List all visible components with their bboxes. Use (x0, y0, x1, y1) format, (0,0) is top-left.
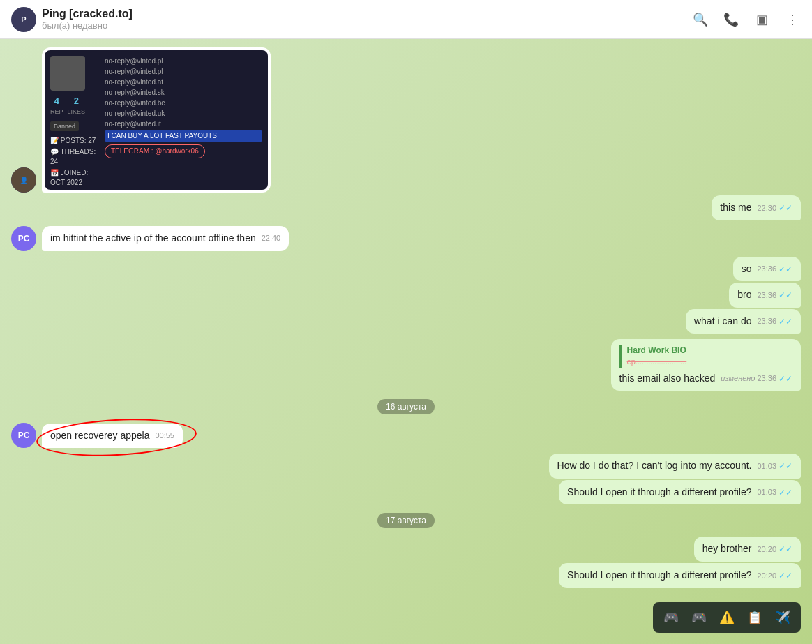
message-time: 22:30 ✓✓ (757, 202, 792, 214)
contact-avatar: P (11, 7, 36, 32)
search-icon[interactable]: 🔍 (692, 11, 709, 28)
message-text: what i can do (694, 315, 752, 327)
avatar: 👤 (11, 167, 36, 193)
taskbar-icon-1[interactable]: 🎮 (661, 608, 681, 627)
screenshot-image: 4REP 2LIKES Banned 📝 POSTS: 27 💬 THREADS… (45, 50, 268, 190)
message-bubble: 4REP 2LIKES Banned 📝 POSTS: 27 💬 THREADS… (42, 47, 271, 193)
message-text: this email also hacked (619, 373, 716, 384)
message-time: 23:36 ✓✓ (757, 316, 792, 328)
message-bubble: im hittint the active ip of the account … (42, 226, 289, 251)
taskbar-icon-warning[interactable]: ⚠️ (717, 608, 737, 627)
msg-row: Should I open it through a different pro… (11, 480, 801, 505)
message-time: изменено 23:36 ✓✓ (721, 373, 792, 385)
avatar: PC (11, 423, 36, 448)
layout-icon[interactable]: ▣ (753, 11, 770, 28)
message-text: Should I open it through a different pro… (567, 569, 751, 581)
message-text: so (742, 263, 752, 274)
message-time: 23:36 ✓✓ (757, 264, 792, 276)
date-badge: 16 августа (377, 399, 435, 414)
tick-icon: ✓✓ (779, 460, 792, 472)
more-icon[interactable]: ⋮ (784, 11, 801, 28)
message-text: this me (720, 202, 751, 213)
tick-icon: ✓✓ (779, 487, 792, 499)
taskbar-icon-list[interactable]: 📋 (745, 608, 765, 627)
msg-row: so 23:36 ✓✓ (11, 257, 801, 282)
message-time: 20:20 ✓✓ (757, 544, 792, 555)
contact-name: Ping [cracked.to] (42, 8, 692, 20)
tick-icon: ✓✓ (779, 570, 792, 582)
message-bubble: Should I open it through a different pro… (559, 480, 801, 505)
reply-title: Hard Work BIO (627, 345, 792, 357)
msg-row: bro 23:36 ✓✓ (11, 283, 801, 308)
date-badge: 17 августа (377, 513, 435, 528)
message-time: 23:36 ✓✓ (757, 290, 792, 301)
chat-header: P Ping [cracked.to] был(а) недавно 🔍 📞 ▣… (0, 0, 812, 39)
tick-icon: ✓✓ (779, 316, 792, 328)
msg-row: PC im hittint the active ip of the accou… (11, 226, 801, 251)
message-bubble: How do I do that? I can't log into my ac… (549, 454, 801, 479)
phone-icon[interactable]: 📞 (723, 11, 739, 28)
date-separator: 16 августа (11, 399, 801, 414)
message-text: bro (737, 289, 751, 300)
message-time: 01:03 ✓✓ (757, 487, 792, 499)
message-text: Should I open it through a different pro… (567, 486, 751, 497)
contact-status: был(а) недавно (42, 20, 692, 31)
avatar: PC (11, 226, 36, 251)
message-text: hey brother (702, 543, 752, 554)
message-text: im hittint the active ip of the account … (50, 232, 256, 244)
msg-row: hey brother 20:20 ✓✓ (11, 537, 801, 562)
message-text: open recoverey appela (50, 430, 149, 441)
message-time: 22:40 (262, 233, 281, 244)
message-time: 01:03 ✓✓ (757, 460, 792, 472)
tick-icon: ✓✓ (779, 544, 792, 555)
date-separator: 17 августа (11, 513, 801, 528)
taskbar-icon-2[interactable]: 🎮 (689, 608, 709, 627)
message-time: 00:55 (155, 430, 174, 441)
taskbar-icon-telegram[interactable]: ✈️ (773, 608, 792, 627)
msg-row: Hard Work BIO ep........................… (11, 339, 801, 391)
message-container: open recoverey appela 00:55 (42, 424, 183, 449)
msg-row: what i can do 23:36 ✓✓ (11, 309, 801, 334)
tick-icon: ✓✓ (779, 373, 792, 385)
message-bubble: hey brother 20:20 ✓✓ (694, 537, 801, 562)
edited-label: изменено (721, 373, 755, 384)
reply-text: ep........................ (627, 357, 792, 367)
tick-icon: ✓✓ (779, 202, 792, 214)
message-bubble: what i can do 23:36 ✓✓ (686, 309, 801, 334)
message-text: How do I do that? I can't log into my ac… (557, 460, 752, 471)
header-actions: 🔍 📞 ▣ ⋮ (692, 11, 801, 28)
msg-row: PC open recoverey appela 00:55 (11, 423, 801, 448)
reply-preview: Hard Work BIO ep........................ (619, 345, 792, 367)
message-bubble: this me 22:30 ✓✓ (712, 195, 801, 220)
msg-row: 👤 4REP 2LIKES Banned 📝 POSTS: 27 💬 THREA (11, 47, 801, 193)
tick-icon: ✓✓ (779, 290, 792, 301)
msg-row: this me 22:30 ✓✓ (11, 195, 801, 220)
message-bubble: bro 23:36 ✓✓ (729, 283, 801, 308)
msg-row: Should I open it through a different pro… (11, 563, 801, 588)
message-bubble: Hard Work BIO ep........................… (611, 339, 801, 391)
message-bubble: open recoverey appela 00:55 (42, 424, 183, 449)
tick-icon: ✓✓ (779, 264, 792, 276)
msg-row: How do I do that? I can't log into my ac… (11, 454, 801, 479)
message-time: 20:20 ✓✓ (757, 570, 792, 582)
header-info: Ping [cracked.to] был(а) недавно (42, 8, 692, 31)
message-bubble: Should I open it through a different pro… (559, 563, 801, 588)
message-bubble: so 23:36 ✓✓ (733, 257, 801, 282)
taskbar: 🎮 🎮 ⚠️ 📋 ✈️ (653, 602, 801, 633)
chat-background: 👤 4REP 2LIKES Banned 📝 POSTS: 27 💬 THREA (0, 39, 812, 644)
